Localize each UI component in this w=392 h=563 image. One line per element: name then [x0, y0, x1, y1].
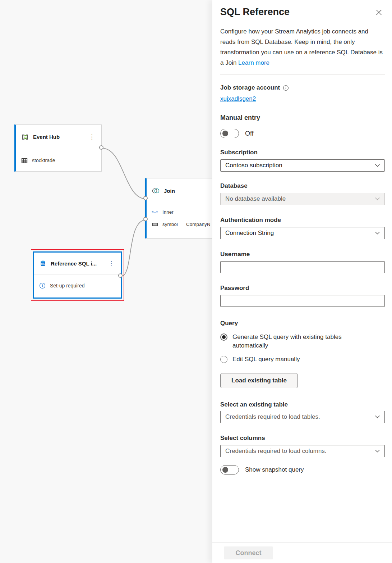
- event-hub-output-port[interactable]: [99, 145, 103, 150]
- event-hub-icon: [21, 133, 29, 141]
- join-icon: [152, 188, 160, 194]
- reference-sql-node-title: Reference SQL i...: [51, 260, 97, 267]
- job-storage-account-label: Job storage account: [220, 84, 280, 91]
- join-node-title: Join: [164, 188, 175, 194]
- select-existing-table-label: Select an existing table: [220, 401, 385, 408]
- database-dropdown: No database available: [220, 193, 385, 205]
- query-label: Query: [220, 320, 385, 327]
- username-field[interactable]: [220, 261, 385, 273]
- manual-entry-label: Manual entry: [220, 114, 385, 122]
- reference-sql-output-port[interactable]: [118, 273, 123, 278]
- password-field[interactable]: [220, 295, 385, 307]
- join-condition-label: symbol == CompanyN: [162, 222, 211, 227]
- job-storage-account-link[interactable]: xujxadlsgen2: [220, 95, 256, 103]
- event-hub-entity-label: stocktrade: [32, 158, 55, 163]
- learn-more-link[interactable]: Learn more: [238, 59, 269, 66]
- manual-entry-toggle[interactable]: [220, 129, 239, 138]
- load-existing-table-button[interactable]: Load existing table: [220, 373, 298, 388]
- authentication-mode-label: Authentication mode: [220, 217, 385, 224]
- show-snapshot-query-toggle[interactable]: [220, 465, 239, 475]
- chevron-down-icon: [375, 164, 380, 167]
- more-options-icon[interactable]: ⋮: [87, 133, 97, 141]
- sql-database-icon: SQL: [39, 260, 47, 267]
- more-options-icon[interactable]: ⋮: [106, 260, 116, 267]
- reference-sql-selection-outline: SQL Reference SQL i... ⋮ S: [31, 249, 124, 301]
- section-divider: [220, 74, 385, 75]
- join-type-label: Inner: [162, 209, 174, 215]
- subscription-dropdown[interactable]: Contoso subscription: [220, 159, 385, 172]
- show-snapshot-query-label: Show snapshot query: [245, 466, 304, 473]
- manual-entry-state-label: Off: [245, 130, 254, 137]
- event-hub-node[interactable]: Event Hub ⋮ stocktrade: [14, 124, 102, 172]
- connect-button[interactable]: Connect: [224, 546, 273, 559]
- sql-reference-panel: SQL Reference Configure how your Stream …: [212, 0, 392, 563]
- username-label: Username: [220, 251, 385, 258]
- close-icon[interactable]: [375, 9, 383, 16]
- inner-join-icon: [152, 210, 158, 214]
- password-label: Password: [220, 285, 385, 292]
- authentication-mode-dropdown[interactable]: Connection String: [220, 227, 385, 239]
- radio-selected-icon: [220, 333, 227, 341]
- subscription-label: Subscription: [220, 149, 385, 156]
- join-input-port-2[interactable]: [143, 217, 148, 221]
- join-input-port-1[interactable]: [143, 196, 148, 200]
- table-icon: [21, 157, 28, 164]
- chevron-down-icon: [375, 450, 380, 453]
- reference-sql-node[interactable]: SQL Reference SQL i... ⋮ S: [33, 251, 122, 299]
- toggle-knob: [222, 131, 228, 136]
- select-columns-label: Select columns: [220, 435, 385, 442]
- select-existing-table-dropdown[interactable]: Credentials required to load tables.: [220, 411, 385, 423]
- panel-footer: Connect: [212, 542, 392, 563]
- panel-description: Configure how your Stream Analytics job …: [220, 26, 383, 68]
- event-hub-node-title: Event Hub: [33, 134, 60, 140]
- select-columns-dropdown[interactable]: Credentials required to load columns.: [220, 445, 385, 457]
- chevron-down-icon: [375, 232, 380, 235]
- chevron-down-icon: [375, 197, 380, 200]
- panel-title: SQL Reference: [220, 6, 385, 18]
- query-option-edit-radio[interactable]: Edit SQL query manually: [220, 355, 385, 364]
- setup-required-label: Set-up required: [50, 283, 85, 289]
- join-condition-icon: [152, 222, 158, 227]
- svg-text:SQL: SQL: [41, 263, 45, 265]
- chevron-down-icon: [375, 416, 380, 418]
- query-option-generate-radio[interactable]: Generate SQL query with existing tables …: [220, 333, 385, 350]
- radio-unselected-icon: [220, 356, 227, 363]
- toggle-knob: [222, 467, 228, 473]
- info-icon: [39, 282, 46, 289]
- database-label: Database: [220, 182, 385, 190]
- stream-analytics-job-diagram-page: Event Hub ⋮ stocktrade: [0, 0, 392, 563]
- info-icon[interactable]: [283, 85, 289, 91]
